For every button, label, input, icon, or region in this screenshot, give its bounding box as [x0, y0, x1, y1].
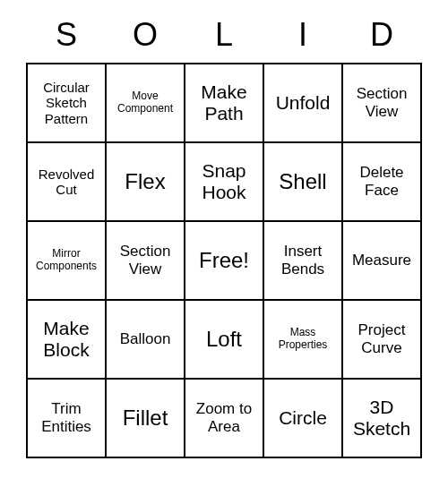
header-letter: L	[185, 16, 263, 54]
bingo-cell[interactable]: Make Path	[185, 64, 263, 142]
bingo-cell[interactable]: Flex	[106, 142, 185, 221]
bingo-cell[interactable]: Move Component	[106, 64, 185, 142]
header-letter: S	[27, 16, 106, 54]
bingo-cell[interactable]: Loft	[185, 300, 263, 379]
bingo-cell[interactable]: Unfold	[263, 64, 342, 142]
bingo-cell[interactable]: Fillet	[106, 379, 185, 457]
bingo-cell[interactable]: Project Curve	[342, 300, 421, 379]
bingo-cell[interactable]: Revolved Cut	[27, 142, 106, 221]
bingo-cell[interactable]: Balloon	[106, 300, 185, 379]
bingo-cell[interactable]: Snap Hook	[185, 142, 263, 221]
bingo-header-row: S O L I D	[27, 16, 421, 54]
bingo-cell[interactable]: Make Block	[27, 300, 106, 379]
header-letter: I	[263, 16, 342, 54]
bingo-cell[interactable]: Delete Face	[342, 142, 421, 221]
bingo-cell[interactable]: Section View	[342, 64, 421, 142]
bingo-cell[interactable]: Trim Entities	[27, 379, 106, 457]
header-letter: O	[106, 16, 185, 54]
bingo-cell[interactable]: Insert Bends	[263, 221, 342, 300]
bingo-cell[interactable]: Mass Properties	[263, 300, 342, 379]
bingo-cell[interactable]: Free!	[185, 221, 263, 300]
header-letter: D	[342, 16, 421, 54]
bingo-grid: Circular Sketch PatternMove ComponentMak…	[26, 63, 422, 458]
bingo-cell[interactable]: Shell	[263, 142, 342, 221]
bingo-cell[interactable]: 3D Sketch	[342, 379, 421, 457]
bingo-cell[interactable]: Circle	[263, 379, 342, 457]
bingo-cell[interactable]: Circular Sketch Pattern	[27, 64, 106, 142]
bingo-cell[interactable]: Zoom to Area	[185, 379, 263, 457]
bingo-cell[interactable]: Mirror Components	[27, 221, 106, 300]
bingo-cell[interactable]: Section View	[106, 221, 185, 300]
bingo-cell[interactable]: Measure	[342, 221, 421, 300]
